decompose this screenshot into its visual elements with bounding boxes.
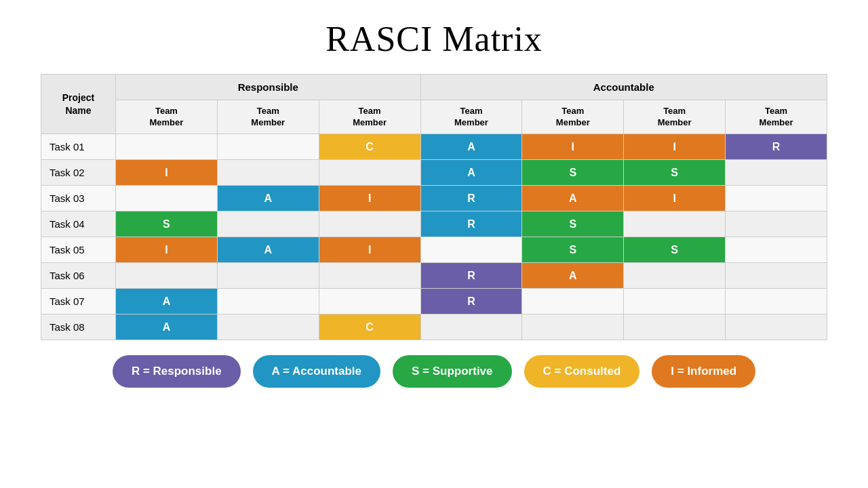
th-member-7: Team Member — [726, 100, 827, 134]
table-row: Task 06RA — [41, 263, 827, 289]
table-cell: C — [319, 314, 420, 340]
table-cell: R — [420, 186, 522, 211]
table-cell — [319, 160, 420, 186]
table-cell: C — [319, 134, 420, 160]
table-cell: A — [217, 186, 319, 211]
table-cell: R — [420, 263, 522, 289]
table-cell: R — [420, 211, 522, 237]
legend: R = ResponsibleA = AccountableS = Suppor… — [113, 355, 755, 388]
table-cell: A — [116, 314, 218, 340]
table-cell — [319, 289, 420, 314]
table-cell — [726, 263, 827, 289]
table-cell — [726, 314, 827, 340]
legend-badge: C = Consulted — [524, 355, 640, 388]
page-title: RASCI Matrix — [326, 19, 542, 59]
table-cell: S — [624, 237, 726, 263]
table-cell: I — [319, 237, 420, 263]
table-cell — [624, 289, 726, 314]
table-cell: S — [116, 211, 218, 237]
table-cell — [522, 289, 624, 314]
rasci-table: Project Name Responsible Accountable Tea… — [41, 74, 827, 340]
legend-badge: R = Responsible — [113, 355, 241, 388]
table-cell — [726, 289, 827, 314]
table-cell — [217, 263, 319, 289]
task-label: Task 07 — [41, 289, 116, 314]
table-cell: I — [116, 160, 218, 186]
table-cell — [116, 134, 218, 160]
table-row: Task 02IASS — [41, 160, 827, 186]
table-row: Task 05IAISS — [41, 237, 827, 263]
table-cell — [116, 186, 218, 211]
task-label: Task 02 — [41, 160, 116, 186]
table-cell — [420, 237, 522, 263]
task-label: Task 06 — [41, 263, 116, 289]
table-cell — [726, 160, 827, 186]
matrix-wrapper: Project Name Responsible Accountable Tea… — [41, 74, 827, 340]
table-cell: R — [726, 134, 827, 160]
table-cell: S — [624, 160, 726, 186]
table-cell — [726, 237, 827, 263]
legend-badge: I = Informed — [652, 355, 755, 388]
task-label: Task 01 — [41, 134, 116, 160]
table-cell — [726, 186, 827, 211]
table-cell: I — [116, 237, 218, 263]
table-row: Task 04SRS — [41, 211, 827, 237]
legend-badge: S = Supportive — [393, 355, 512, 388]
legend-badge: A = Accountable — [253, 355, 380, 388]
th-member-4: Team Member — [420, 100, 522, 134]
table-body: Task 01CAIIRTask 02IASSTask 03AIRAITask … — [41, 134, 827, 340]
table-row: Task 07AR — [41, 289, 827, 314]
task-label: Task 05 — [41, 237, 116, 263]
table-cell — [726, 211, 827, 237]
table-cell: S — [522, 160, 624, 186]
th-member-1: Team Member — [116, 100, 218, 134]
table-cell: A — [420, 160, 522, 186]
task-label: Task 03 — [41, 186, 116, 211]
table-cell — [624, 211, 726, 237]
table-cell: S — [522, 211, 624, 237]
table-cell: A — [116, 289, 218, 314]
table-cell: R — [420, 289, 522, 314]
table-cell — [217, 160, 319, 186]
th-member-3: Team Member — [319, 100, 420, 134]
table-cell — [319, 211, 420, 237]
table-cell — [217, 134, 319, 160]
table-cell — [624, 263, 726, 289]
table-cell: A — [522, 186, 624, 211]
table-cell: I — [522, 134, 624, 160]
table-cell — [420, 314, 522, 340]
table-cell — [116, 263, 218, 289]
table-row: Task 08AC — [41, 314, 827, 340]
table-cell — [319, 263, 420, 289]
col-project-name: Project Name — [41, 75, 116, 134]
table-cell — [217, 289, 319, 314]
table-cell: I — [319, 186, 420, 211]
table-cell: I — [624, 134, 726, 160]
table-cell: A — [420, 134, 522, 160]
table-cell — [624, 314, 726, 340]
th-member-2: Team Member — [217, 100, 319, 134]
table-header-row-2: Team Member Team Member Team Member Team… — [41, 100, 827, 134]
th-member-6: Team Member — [624, 100, 726, 134]
table-cell: S — [522, 237, 624, 263]
table-cell: A — [217, 237, 319, 263]
task-label: Task 04 — [41, 211, 116, 237]
table-header-row-1: Project Name Responsible Accountable — [41, 75, 827, 100]
table-cell: A — [522, 263, 624, 289]
table-cell — [217, 211, 319, 237]
col-responsible-header: Responsible — [116, 75, 421, 100]
table-row: Task 01CAIIR — [41, 134, 827, 160]
table-cell: I — [624, 186, 726, 211]
table-cell — [217, 314, 319, 340]
th-member-5: Team Member — [522, 100, 624, 134]
task-label: Task 08 — [41, 314, 116, 340]
table-row: Task 03AIRAI — [41, 186, 827, 211]
col-accountable-header: Accountable — [420, 75, 827, 100]
table-cell — [522, 314, 624, 340]
